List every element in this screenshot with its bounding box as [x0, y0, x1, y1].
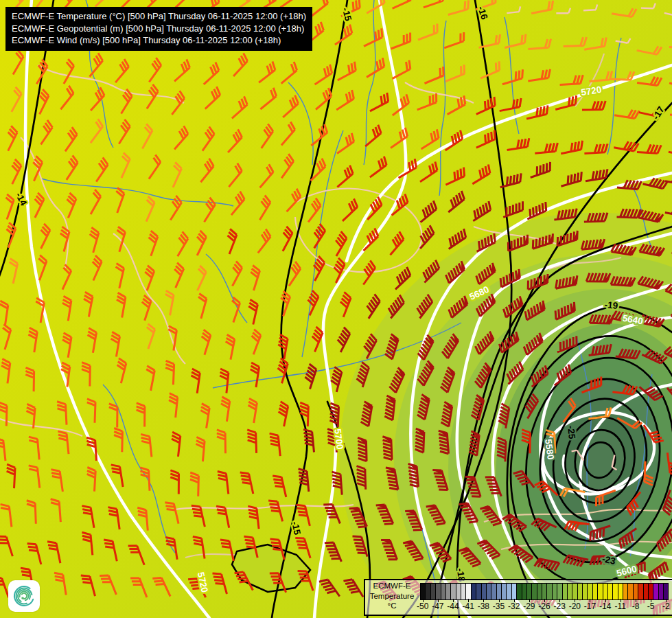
colorbar-tick-label: -26	[538, 602, 550, 611]
map-canvas: -14-15-16-17-19-15-18-23-255720570056805…	[0, 0, 672, 618]
title-box: ECMWF-E Temperature (°C) [500 hPa] Thurs…	[5, 7, 312, 51]
colorbar-cell	[461, 584, 466, 599]
colorbar-cell	[497, 584, 502, 599]
colorbar-cell	[426, 584, 430, 599]
colorbar-tick-label: -32	[508, 602, 520, 611]
colorbar-cell	[653, 584, 658, 599]
colorbar-cell	[522, 584, 527, 599]
colorbar-cell	[638, 584, 643, 599]
colorbar-cell	[572, 584, 577, 599]
colorbar-cell	[578, 584, 583, 599]
colorbar-cell	[421, 584, 426, 599]
title-line-wind: ECMWF-E Wind (m/s) [500 hPa] Thursday 06…	[12, 34, 306, 47]
colorbar-cell	[431, 584, 436, 599]
colorbar-cell	[491, 584, 496, 599]
colorbar-cell	[608, 584, 613, 599]
colorbar-cell	[553, 584, 557, 599]
colorbar-cell	[502, 584, 507, 599]
legend-variable-label: Temperature	[365, 591, 419, 602]
colorbar-cell	[482, 584, 487, 599]
colorbar-cell	[436, 584, 441, 599]
colorbar-cell	[517, 584, 522, 599]
colorbar-cell	[547, 584, 552, 599]
weather-provider-logo	[8, 580, 40, 612]
colorbar-cell	[472, 584, 476, 599]
colorbar-cell	[634, 584, 638, 599]
colorbar-cell	[603, 584, 608, 599]
spiral-logo-icon	[8, 580, 40, 612]
contour-label: -25	[566, 425, 577, 439]
colorbar-tick-label: -11	[615, 602, 626, 611]
colorbar-cell	[598, 584, 603, 599]
colorbar-cell	[527, 584, 532, 599]
colorbar-cell	[613, 584, 618, 599]
colorbar-tick-label: -35	[493, 602, 505, 611]
colorbar-tick-label: -14	[599, 602, 611, 611]
colorbar-cell	[628, 584, 633, 599]
colorbar-cell	[659, 584, 664, 599]
colorbar-cell	[456, 584, 461, 599]
colorbar-cell	[623, 584, 628, 599]
colorbar-tick-label: -47	[432, 602, 443, 611]
colorbar-tick-label: -23	[553, 602, 565, 611]
contour-label: -19	[604, 299, 618, 311]
legend-unit-label: °C	[365, 601, 419, 611]
weather-map-screenshot: -14-15-16-17-19-15-18-23-255720570056805…	[0, 0, 672, 618]
colorbar-cell	[441, 584, 446, 599]
colorbar-cell	[563, 584, 568, 599]
colorbar-cell	[466, 584, 471, 599]
colorbar-tick-label: -29	[523, 602, 535, 611]
colorbar-cell	[557, 584, 562, 599]
colorbar-cell	[451, 584, 456, 599]
colorbar-cell	[644, 584, 649, 599]
colorbar-tick-label: -5	[647, 602, 655, 611]
colorbar-cell	[476, 584, 481, 599]
colorbar-cell	[593, 584, 598, 599]
colorbar-cell	[487, 584, 491, 599]
colorbar-cell	[649, 584, 653, 599]
colorbar-cell	[568, 584, 572, 599]
colorbar-cell	[507, 584, 511, 599]
colorbar-tick-label: -38	[478, 602, 489, 611]
title-line-temperature: ECMWF-E Temperature (°C) [500 hPa] Thurs…	[12, 10, 306, 23]
colorbar-cell	[583, 584, 588, 599]
colorbar-tick-label: -17	[584, 602, 596, 611]
legend-bar-area: -50-47-44-41-38-35-32-29-26-23-20-17-14-…	[420, 580, 669, 615]
temperature-colorbar	[420, 583, 669, 600]
legend-product-label: ECMWF-E	[365, 581, 419, 591]
colorbar-tick-label: -44	[447, 602, 459, 611]
colorbar-tick-label: -2	[662, 602, 670, 611]
colorbar-cell	[618, 584, 623, 599]
colorbar-tick-label: -50	[417, 602, 428, 611]
colorbar-cell	[588, 584, 592, 599]
colorbar-cell	[537, 584, 542, 599]
colorbar-cell	[542, 584, 547, 599]
legend-text-block: ECMWF-E Temperature °C	[365, 581, 419, 611]
colorbar-cell	[532, 584, 537, 599]
colorbar-cell	[446, 584, 451, 599]
colorbar-cell	[512, 584, 517, 599]
colorbar-cell	[664, 584, 668, 599]
colorbar-tick-label: -41	[463, 602, 474, 611]
colorbar-tick-label: -8	[632, 602, 640, 611]
colorbar-tick-label: -20	[569, 602, 581, 611]
temperature-legend: ECMWF-E Temperature °C -50-47-44-41-38-3…	[364, 579, 672, 616]
title-line-geopotential: ECMWF-E Geopotential (m) [500 hPa] Thurs…	[12, 23, 306, 35]
